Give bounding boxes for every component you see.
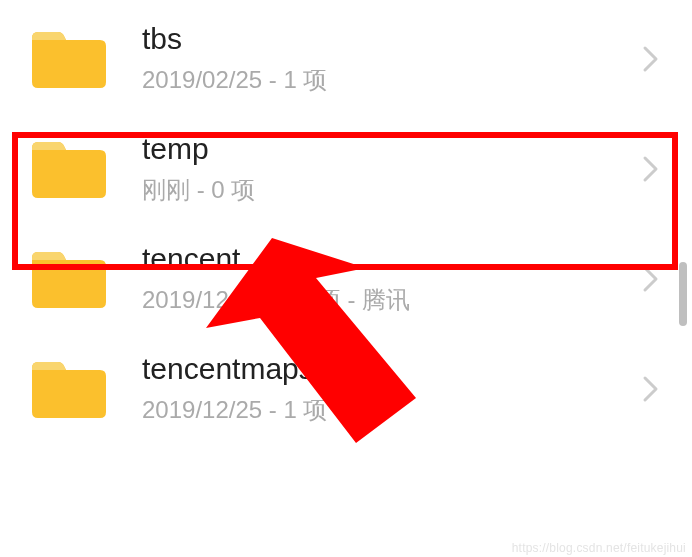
- folder-icon: [28, 136, 110, 202]
- list-item[interactable]: tencentmapsdk 2019/12/25 - 1 项: [0, 334, 692, 444]
- folder-icon: [28, 356, 110, 422]
- chevron-right-icon: [642, 265, 660, 293]
- scroll-indicator[interactable]: [679, 262, 687, 326]
- item-subtitle: 2019/12/25 - 38 项 - 腾讯: [142, 284, 642, 316]
- item-subtitle: 2019/12/25 - 1 项: [142, 394, 642, 426]
- folder-icon: [28, 26, 110, 92]
- item-title: tencent: [142, 242, 642, 276]
- item-content: tencentmapsdk 2019/12/25 - 1 项: [142, 352, 642, 426]
- item-subtitle: 2019/02/25 - 1 项: [142, 64, 642, 96]
- item-title: tencentmapsdk: [142, 352, 642, 386]
- chevron-right-icon: [642, 45, 660, 73]
- item-content: temp 刚刚 - 0 项: [142, 132, 642, 206]
- item-title: temp: [142, 132, 642, 166]
- item-content: tbs 2019/02/25 - 1 项: [142, 22, 642, 96]
- list-item[interactable]: tencent 2019/12/25 - 38 项 - 腾讯: [0, 224, 692, 334]
- file-list: tbs 2019/02/25 - 1 项 temp 刚刚 - 0 项: [0, 0, 692, 444]
- item-subtitle: 刚刚 - 0 项: [142, 174, 642, 206]
- list-item[interactable]: temp 刚刚 - 0 项: [0, 114, 692, 224]
- item-title: tbs: [142, 22, 642, 56]
- watermark: https://blog.csdn.net/feitukejihui: [512, 541, 686, 555]
- chevron-right-icon: [642, 155, 660, 183]
- item-content: tencent 2019/12/25 - 38 项 - 腾讯: [142, 242, 642, 316]
- folder-icon: [28, 246, 110, 312]
- list-item[interactable]: tbs 2019/02/25 - 1 项: [0, 4, 692, 114]
- chevron-right-icon: [642, 375, 660, 403]
